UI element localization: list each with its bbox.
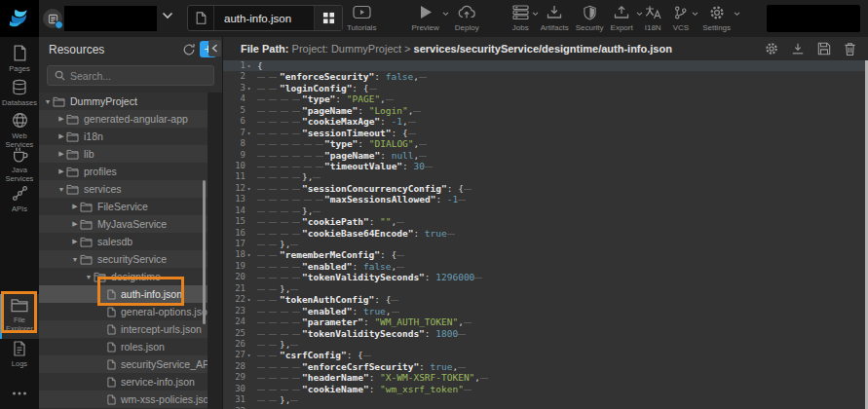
fold-widget-icon[interactable]: ▾ (245, 60, 252, 71)
tree-item-i18n[interactable]: ▶i18n (39, 128, 208, 145)
tree-item-designtime[interactable]: ▼designtime (39, 268, 208, 285)
code-line-10[interactable]: 10"timeoutValue": 30 (223, 161, 868, 171)
search-input[interactable] (70, 70, 213, 82)
chevron-collapsed-icon[interactable]: ▶ (70, 203, 80, 210)
fold-widget-icon[interactable]: ▾ (245, 183, 252, 194)
menu-tutorials-button[interactable]: Tutorials (347, 4, 376, 32)
chevron-expanded-icon[interactable]: ▼ (57, 186, 66, 193)
collapse-tree-button[interactable] (208, 40, 221, 56)
code-line-22[interactable]: 22▾"tokenAuthConfig": { (223, 294, 868, 305)
code-line-32[interactable]: 32 (223, 406, 868, 409)
gear-button[interactable] (765, 42, 778, 56)
menu-security-button[interactable]: Security (576, 4, 604, 32)
code-line-17[interactable]: 17}, (223, 239, 868, 249)
menu-artifacts-button[interactable]: Artifacts (541, 4, 569, 32)
project-avatar-icon[interactable] (43, 9, 62, 28)
code-line-13[interactable]: 13"maxSessionsAllowed": -1 (223, 194, 868, 204)
sidebar-item-webservices[interactable]: Web Services (0, 112, 39, 150)
tree-item-salesdb[interactable]: ▶salesdb (39, 233, 208, 250)
chevron-collapsed-icon[interactable]: ▶ (57, 150, 66, 158)
code-line-29[interactable]: 29"headerName": "X-WM-XSRF-TOKEN", (223, 372, 868, 383)
chevron-collapsed-icon[interactable]: ▶ (70, 238, 80, 245)
chevron-collapsed-icon[interactable]: ▶ (57, 115, 66, 123)
sidebar-item-fileexplorer[interactable]: File Explorer (0, 294, 39, 339)
code-line-19[interactable]: 19"enabled": false, (223, 261, 868, 272)
wavemaker-logo-icon[interactable] (0, 0, 39, 37)
tree-item-service-info-json[interactable]: service-info.json (39, 373, 208, 390)
chevron-collapsed-icon[interactable]: ▶ (57, 167, 66, 175)
code-line-1[interactable]: 1▾{ (223, 60, 868, 71)
tree-item-myjavaservice[interactable]: ▶MyJavaService (39, 215, 208, 233)
code-line-5[interactable]: 5"pageName": "Login", (223, 105, 868, 116)
sidebar-item-javaservices[interactable]: Java Services (0, 146, 39, 184)
fold-widget-icon[interactable]: ▾ (245, 249, 252, 260)
tree-item-securityservice-api-json[interactable]: securityService_API.json (39, 355, 208, 373)
code-line-24[interactable]: 24"parameter": "WM_AUTH_TOKEN", (223, 316, 868, 327)
code-line-7[interactable]: 7▾"sessionTimeout": { (223, 128, 868, 138)
fold-widget-icon[interactable]: ▾ (245, 83, 252, 93)
download-button[interactable] (791, 42, 805, 56)
code-line-31[interactable]: 31}, (223, 394, 868, 405)
code-line-6[interactable]: 6"cookieMaxAge": -1, (223, 116, 868, 127)
code-line-8[interactable]: 8"type": "DIALOG", (223, 138, 868, 149)
tree-item-lib[interactable]: ▶lib (39, 145, 208, 163)
tree-scrollbar-thumb[interactable] (203, 180, 206, 324)
tree-item-securityservice[interactable]: ▼securityService (39, 250, 208, 268)
code-line-25[interactable]: 25"tokenValiditySeconds": 1800 (223, 328, 868, 339)
fold-widget-icon[interactable]: ▾ (245, 294, 252, 305)
chevron-expanded-icon[interactable]: ▼ (84, 274, 94, 280)
sidebar-item-apis[interactable]: APIs (0, 185, 39, 213)
code-line-26[interactable]: 26}, (223, 339, 868, 350)
code-line-15[interactable]: 15"cookiePath": "", (223, 216, 868, 227)
code-line-28[interactable]: 28"enforceCsrfSecurity": true, (223, 361, 868, 372)
tree-item-roles-json[interactable]: roles.json (39, 338, 208, 355)
save-button[interactable] (817, 42, 831, 56)
chevron-expanded-icon[interactable]: ▼ (43, 98, 53, 105)
tree-item-services[interactable]: ▼services (39, 180, 208, 198)
code-line-14[interactable]: 14}, (223, 205, 868, 216)
chevron-down-icon[interactable] (162, 12, 173, 19)
fold-widget-icon[interactable]: ▾ (245, 350, 252, 360)
tree-item-fileservice[interactable]: ▶FileService (39, 198, 208, 215)
menu-deploy-button[interactable]: Deploy (455, 4, 479, 32)
tree-scrollbar-track[interactable] (208, 93, 222, 409)
chevron-collapsed-icon[interactable]: ▶ (57, 132, 66, 140)
code-line-18[interactable]: 18▾"rememberMeConfig": { (223, 249, 868, 260)
code-line-4[interactable]: 4"type": "PAGE", (223, 93, 868, 104)
code-line-12[interactable]: 12▾"sessionConcurrencyConfig": { (223, 183, 868, 194)
code-line-30[interactable]: 30"cookieName": "wm_xsrf_token" (223, 384, 868, 394)
sidebar-item-more[interactable] (0, 391, 39, 395)
code-line-11[interactable]: 11}, (223, 171, 868, 182)
code-line-2[interactable]: 2"enforceSecurity": false, (223, 71, 868, 82)
tree-item-wm-xss-policies-json[interactable]: wm-xss-policies.json (39, 390, 208, 408)
chevron-expanded-icon[interactable]: ▼ (70, 256, 80, 263)
code-line-23[interactable]: 23"enabled": true, (223, 306, 868, 316)
search-box[interactable] (47, 65, 214, 86)
menu-i18n-button[interactable]: I18N (645, 4, 661, 32)
tree-item-auth-info-json[interactable]: auth-info.json (39, 285, 208, 303)
dashboard-grid-icon[interactable] (314, 6, 342, 30)
sidebar-item-logs[interactable]: Logs (0, 341, 39, 368)
code-line-3[interactable]: 3▾"loginConfig": { (223, 83, 868, 93)
menu-preview-button[interactable]: Preview (411, 4, 438, 32)
menu-settings-button[interactable]: Settings (702, 4, 731, 32)
sidebar-item-databases[interactable]: Databases (0, 79, 39, 107)
code-editor[interactable]: 1▾{2"enforceSecurity": false,3▾"loginCon… (222, 60, 868, 409)
trash-button[interactable] (844, 42, 856, 56)
code-line-27[interactable]: 27▾"csrfConfig": { (223, 350, 868, 360)
tree-item-general-options-json[interactable]: general-options.json (39, 303, 208, 320)
fold-widget-icon[interactable]: ▾ (245, 128, 252, 138)
tree-item-generated-angular-app[interactable]: ▶generated-angular-app (39, 110, 208, 128)
refresh-icon[interactable] (181, 42, 197, 57)
chevron-collapsed-icon[interactable]: ▶ (70, 220, 80, 228)
menu-jobs-button[interactable]: Jobs (512, 4, 529, 32)
code-line-16[interactable]: 16"cookieBase64Encode": true (223, 228, 868, 239)
tree-item-dummyproject[interactable]: ▼DummyProject (39, 93, 208, 110)
code-line-21[interactable]: 21}, (223, 283, 868, 294)
tree-item-profiles[interactable]: ▶profiles (39, 163, 208, 180)
menu-vcs-button[interactable]: VCS (673, 4, 689, 32)
menu-export-button[interactable]: Export (611, 4, 633, 32)
code-line-9[interactable]: 9"pageName": null, (223, 150, 868, 161)
open-file-tab[interactable]: auth-info.json (187, 5, 343, 31)
tree-item-intercept-urls-json[interactable]: intercept-urls.json (39, 320, 208, 338)
